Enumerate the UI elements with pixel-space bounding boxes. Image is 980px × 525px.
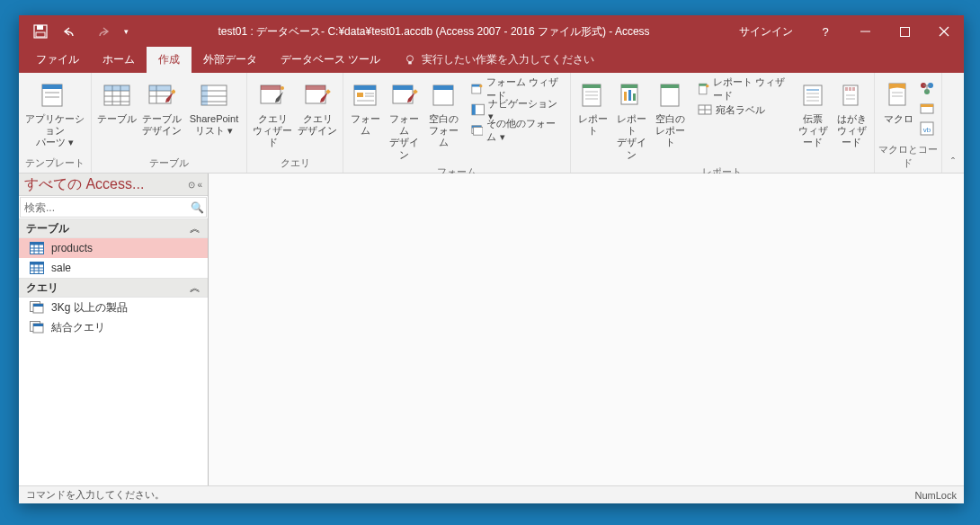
svg-rect-8 [409,61,413,64]
ribbon-collapse-button[interactable]: ˆ [942,73,964,173]
ribbon-tabs: ファイル ホーム 作成 外部データ データベース ツール 実行したい作業を入力し… [19,48,964,73]
svg-point-35 [281,86,284,90]
query-wizard-icon [257,80,288,111]
svg-rect-69 [633,93,636,101]
nav-category-tables[interactable]: テーブル︽ [19,218,208,238]
svg-rect-118 [33,324,43,326]
svg-rect-37 [306,85,325,90]
nav-dropdown-icon[interactable]: ⊙ [188,180,195,190]
qat-dropdown-icon[interactable]: ▾ [120,19,132,44]
svg-rect-108 [31,262,44,265]
nav-item-q1[interactable]: 3Kg 以上の製品 [19,298,208,317]
document-canvas [209,174,964,485]
report-button[interactable]: レポート [575,77,611,139]
query-object-icon [30,301,44,314]
nav-item-sale[interactable]: sale [19,258,208,278]
minimize-button[interactable] [845,15,885,48]
svg-rect-98 [921,104,933,107]
svg-rect-2 [36,32,45,37]
svg-rect-19 [104,85,129,91]
table-design-icon [147,80,177,111]
form-design-button[interactable]: フォーム デザイン [386,77,423,164]
svg-rect-47 [393,85,413,90]
nav-item-q2[interactable]: 結合クエリ [19,317,208,337]
hagaki-wizard-button[interactable]: はがき ウィザード [833,77,870,152]
close-button[interactable] [924,15,964,48]
undo-icon[interactable] [58,19,84,44]
nav-item-products[interactable]: products [19,238,208,258]
svg-rect-66 [621,85,637,88]
maximize-button[interactable] [885,15,924,48]
report-wizard-button[interactable]: レポート ウィザード [694,79,793,99]
sharepoint-button[interactable]: SharePoint リスト ▾ [185,77,243,139]
chevron-up-icon: ︽ [190,280,200,296]
report-design-button[interactable]: レポート デザイン [613,77,650,164]
svg-rect-78 [804,85,822,105]
query-design-button[interactable]: クエリ デザイン [296,77,339,139]
signin-link[interactable]: サインイン [726,24,806,40]
blank-report-icon [655,80,685,111]
search-icon[interactable]: 🔍 [188,201,206,214]
hagaki-icon [836,80,867,111]
svg-rect-73 [699,84,707,85]
tab-home[interactable]: ホーム [91,47,147,73]
svg-rect-42 [357,93,363,97]
svg-text:vb: vb [923,126,931,134]
vba-icon[interactable]: vb [919,120,935,137]
denpyo-wizard-button[interactable]: 伝票 ウィザード [795,77,832,152]
redo-icon[interactable] [89,19,114,44]
blank-form-button[interactable]: 空白の フォーム [424,77,461,152]
help-button[interactable]: ? [806,15,845,48]
table-design-button[interactable]: テーブル デザイン [140,77,183,139]
query-wizard-button[interactable]: クエリ ウィザード [251,77,294,152]
nav-search-input[interactable] [21,201,188,214]
nav-header[interactable]: すべての Access... ⊙ « [19,174,208,196]
form-button[interactable]: フォーム [347,77,384,139]
form-wizard-icon [471,82,483,96]
svg-rect-51 [433,85,453,90]
denpyo-icon [797,80,828,111]
macro-icon [884,80,914,111]
other-forms-button[interactable]: その他のフォーム ▾ [468,120,566,140]
blank-report-button[interactable]: 空白の レポート [652,77,689,152]
svg-point-74 [706,85,708,87]
group-queries-label: クエリ [251,155,339,173]
app-parts-button[interactable]: アプリケーション パーツ ▾ [22,77,87,152]
svg-rect-86 [852,87,855,91]
group-macros-label: マクロとコード [878,141,938,173]
nav-title: すべての Access... [24,175,144,194]
module-icon[interactable] [919,81,935,97]
labels-icon [698,102,712,117]
form-wizard-button[interactable]: フォーム ウィザード [468,79,566,99]
tab-file[interactable]: ファイル [24,47,91,73]
group-tables-label: テーブル [95,155,243,173]
query-design-icon [302,80,333,111]
chevron-up-icon: ︽ [190,221,200,236]
svg-rect-56 [472,104,476,115]
app-parts-icon [40,80,70,111]
tellme-box[interactable]: 実行したい作業を入力してください [392,47,606,73]
ribbon: アプリケーション パーツ ▾ テンプレート テーブル テーブル デザイン Sha… [19,73,964,174]
report-design-icon [616,80,646,111]
table-button[interactable]: テーブル [95,77,138,128]
nav-category-queries[interactable]: クエリ︽ [19,278,208,298]
group-templates-label: テンプレート [22,155,87,173]
tab-create[interactable]: 作成 [147,47,192,73]
class-module-icon[interactable] [919,101,935,117]
labels-button[interactable]: 宛名ラベル [694,100,793,120]
svg-rect-59 [473,128,482,136]
save-icon[interactable] [28,19,53,44]
macro-button[interactable]: マクロ [881,77,917,128]
tellme-placeholder: 実行したい作業を入力してください [422,52,594,67]
tab-external[interactable]: 外部データ [192,47,269,73]
nav-search[interactable]: 🔍 [20,197,207,218]
other-forms-icon [471,123,484,138]
tab-dbtools[interactable]: データベース ツール [269,47,392,73]
form-icon [351,80,381,111]
navigation-pane: すべての Access... ⊙ « 🔍 テーブル︽ products sale… [19,174,209,485]
svg-rect-115 [33,304,43,307]
table-object-icon [30,242,44,254]
nav-collapse-icon[interactable]: « [197,180,202,190]
lightbulb-icon [404,54,416,67]
svg-rect-68 [628,90,631,101]
